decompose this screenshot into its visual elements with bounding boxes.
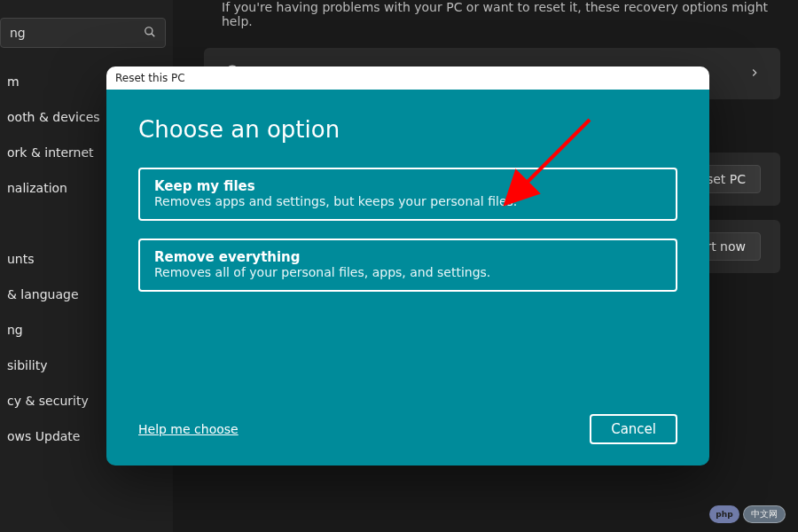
option-title: Remove everything <box>154 249 661 265</box>
option-desc: Removes apps and settings, but keeps you… <box>154 194 661 208</box>
sidebar-item-label: & language <box>7 287 79 301</box>
chevron-right-icon <box>748 66 761 82</box>
sidebar-item-label: cy & security <box>7 394 89 408</box>
cancel-button[interactable]: Cancel <box>590 414 677 444</box>
sidebar-item-label: ows Update <box>7 429 80 443</box>
modal-footer: Help me choose Cancel <box>138 414 677 444</box>
watermark-text: 中文网 <box>743 505 786 523</box>
option-title: Keep my files <box>154 178 661 194</box>
sidebar-item-label: unts <box>7 252 35 266</box>
help-me-choose-link[interactable]: Help me choose <box>138 422 239 436</box>
search-text: ng <box>10 26 144 40</box>
php-logo-icon: php <box>709 505 739 523</box>
sidebar-item-label: nalization <box>7 181 67 195</box>
option-desc: Removes all of your personal files, apps… <box>154 265 661 279</box>
sidebar-item-label: ng <box>7 323 23 337</box>
search-input[interactable]: ng <box>0 18 166 48</box>
option-remove-everything[interactable]: Remove everything Removes all of your pe… <box>138 239 677 292</box>
modal-titlebar: Reset this PC <box>106 66 709 90</box>
modal-body: Choose an option Keep my files Removes a… <box>106 90 709 466</box>
option-keep-my-files[interactable]: Keep my files Removes apps and settings,… <box>138 168 677 221</box>
sidebar-item-label: ooth & devices <box>7 110 100 124</box>
svg-line-1 <box>152 33 155 36</box>
search-icon <box>144 26 156 41</box>
sidebar-item-label: m <box>7 74 20 89</box>
recovery-description: If you're having problems with your PC o… <box>222 0 780 28</box>
sidebar-item-label: ork & internet <box>7 145 94 160</box>
modal-heading: Choose an option <box>138 116 677 143</box>
reset-this-pc-modal: Reset this PC Choose an option Keep my f… <box>106 66 709 466</box>
svg-point-0 <box>145 27 153 34</box>
watermark: php 中文网 <box>709 505 786 523</box>
sidebar-item-label: sibility <box>7 358 48 372</box>
